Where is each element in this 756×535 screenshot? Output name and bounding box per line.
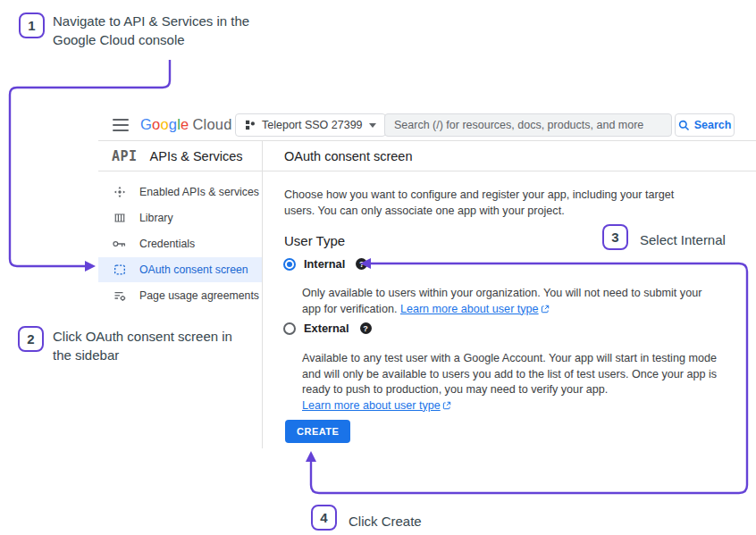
search-button-label: Search bbox=[694, 119, 732, 131]
sidebar-item-label: Page usage agreements bbox=[139, 289, 259, 302]
project-icon bbox=[245, 120, 256, 130]
step-2-label: Click OAuth consent screen in the sideba… bbox=[53, 327, 245, 364]
chevron-down-icon bbox=[369, 123, 376, 128]
external-option-row: External bbox=[283, 322, 372, 335]
step-3-label: Select Internal bbox=[640, 230, 726, 249]
google-logo-word: Google bbox=[140, 116, 189, 132]
sidebar-item-oauth-consent-screen[interactable]: OAuth consent screen bbox=[98, 257, 262, 282]
page-title: OAuth consent screen bbox=[284, 149, 412, 163]
sidebar-header: API APIs & Services bbox=[98, 141, 262, 171]
google-cloud-logo: GoogleCloud bbox=[140, 116, 232, 133]
internal-option-row: Internal bbox=[283, 257, 367, 271]
external-link-icon bbox=[541, 305, 550, 313]
cloud-logo-word: Cloud bbox=[192, 116, 231, 132]
sidebar-item-library[interactable]: Library bbox=[98, 205, 262, 230]
internal-radio-label: Internal bbox=[304, 257, 345, 271]
sidebar-item-enabled-apis[interactable]: Enabled APIs & services bbox=[98, 180, 262, 205]
external-link-icon bbox=[442, 401, 451, 410]
step-2-badge: 2 bbox=[18, 326, 44, 352]
enabled-apis-icon bbox=[113, 186, 126, 198]
console-header: GoogleCloud Teleport SSO 27399 Search bbox=[98, 110, 756, 141]
sidebar-item-credentials[interactable]: Credentials bbox=[98, 231, 262, 256]
hamburger-menu-icon[interactable] bbox=[113, 119, 129, 131]
help-icon[interactable] bbox=[360, 322, 372, 334]
search-button[interactable]: Search bbox=[675, 113, 735, 137]
page-title-bar: OAuth consent screen bbox=[263, 141, 756, 171]
external-description: Available to any test user with a Google… bbox=[302, 351, 727, 414]
search-icon bbox=[678, 120, 690, 131]
project-name: Teleport SSO 27399 bbox=[262, 119, 363, 131]
sidebar-title: APIs & Services bbox=[150, 149, 243, 163]
sidebar-item-page-usage-agreements[interactable]: Page usage agreements bbox=[98, 283, 262, 308]
step-4-badge: 4 bbox=[311, 505, 337, 531]
sidebar-divider bbox=[262, 141, 263, 448]
intro-text: Choose how you want to configure and reg… bbox=[284, 188, 688, 219]
library-icon bbox=[113, 212, 126, 224]
create-button[interactable]: CREATE bbox=[285, 420, 350, 443]
internal-description: Only available to users within your orga… bbox=[302, 286, 709, 317]
external-radio[interactable] bbox=[283, 322, 296, 335]
step-1-label: Navigate to API & Services in the Google… bbox=[53, 12, 276, 49]
step-1-badge: 1 bbox=[19, 13, 45, 38]
sidebar-item-label: Enabled APIs & services bbox=[139, 186, 259, 198]
oauth-dashed-icon bbox=[113, 263, 126, 276]
help-icon[interactable] bbox=[356, 258, 367, 270]
sidebar-item-label: Library bbox=[139, 212, 173, 224]
learn-more-link[interactable]: Learn more about user type bbox=[302, 399, 451, 412]
project-selector[interactable]: Teleport SSO 27399 bbox=[235, 113, 386, 137]
learn-more-link[interactable]: Learn more about user type bbox=[400, 303, 550, 315]
sidebar-item-label: Credentials bbox=[139, 238, 195, 250]
api-product-logo: API bbox=[112, 148, 138, 164]
user-type-heading: User Type bbox=[284, 233, 345, 248]
page-usage-icon bbox=[113, 289, 126, 302]
step-4-label: Click Create bbox=[349, 512, 422, 531]
tutorial-screenshot: GoogleCloud Teleport SSO 27399 Search AP… bbox=[0, 0, 756, 535]
internal-radio[interactable] bbox=[283, 258, 296, 271]
sidebar-item-label: OAuth consent screen bbox=[139, 263, 248, 276]
search-input[interactable] bbox=[384, 113, 672, 137]
step-3-badge: 3 bbox=[602, 224, 628, 250]
external-radio-label: External bbox=[304, 322, 349, 335]
key-icon bbox=[113, 239, 126, 248]
